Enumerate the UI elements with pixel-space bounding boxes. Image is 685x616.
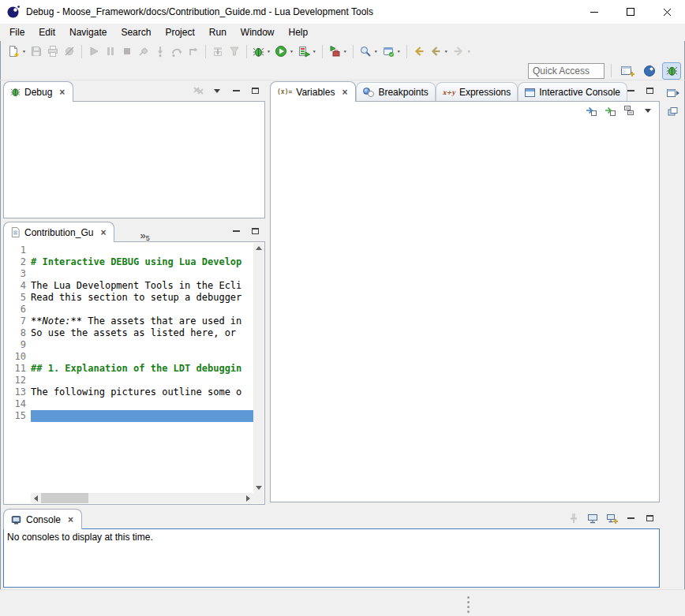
editor-line-5[interactable]: Read this section to setup a debugger — [31, 292, 253, 304]
minimize-button[interactable] — [576, 0, 612, 24]
minimize-view-button[interactable] — [230, 85, 242, 96]
collapse-all-button[interactable] — [623, 105, 635, 116]
open-perspective-button[interactable] — [618, 62, 637, 80]
view-menu-button[interactable] — [211, 85, 223, 96]
line-number: 13 — [5, 386, 26, 398]
close-icon[interactable] — [340, 88, 349, 97]
show-logical-structure-button[interactable] — [585, 105, 597, 116]
scroll-left-arrow[interactable] — [31, 493, 41, 503]
scroll-down-arrow[interactable] — [253, 483, 264, 493]
menu-help[interactable]: Help — [282, 24, 316, 40]
menu-window[interactable]: Window — [234, 24, 282, 40]
tab-debug[interactable]: Debug — [3, 81, 73, 102]
close-icon[interactable] — [58, 88, 66, 97]
back-button[interactable] — [428, 43, 450, 60]
run-button[interactable] — [273, 43, 295, 60]
minimize-view-button[interactable] — [230, 226, 242, 237]
editor-line-7[interactable]: **Note:** The assets that are used in — [31, 315, 253, 327]
editor-line-8[interactable]: So use the assets as listed here, or — [31, 327, 253, 339]
minimize-view-button[interactable] — [624, 513, 637, 524]
tab-interactive-console[interactable]: Interactive Console — [518, 82, 627, 102]
disconnect-button[interactable] — [136, 43, 152, 60]
maximize-button[interactable] — [612, 0, 649, 24]
line-number: 1 — [5, 245, 26, 256]
use-step-filters-button[interactable] — [226, 43, 242, 60]
minimized-view-stack-button[interactable] — [667, 106, 679, 118]
new-button[interactable] — [6, 43, 28, 60]
last-edit-location-button[interactable] — [411, 43, 427, 60]
open-console-button[interactable] — [605, 513, 618, 524]
view-menu-button[interactable] — [642, 105, 654, 116]
pin-console-button[interactable] — [567, 513, 580, 524]
save-button[interactable] — [28, 43, 44, 60]
terminate-button[interactable] — [119, 43, 135, 60]
trim-drag-handle[interactable] — [467, 596, 470, 613]
toolbar-separator — [611, 64, 612, 77]
tab-overflow-indicator[interactable]: 5 — [135, 227, 154, 242]
editor-line-12[interactable] — [31, 375, 253, 386]
maximize-view-button[interactable] — [249, 226, 261, 237]
close-button[interactable] — [649, 0, 685, 24]
scroll-right-arrow[interactable] — [243, 493, 253, 503]
menu-file[interactable]: File — [2, 24, 32, 40]
close-icon[interactable] — [66, 515, 75, 525]
drop-to-frame-icon — [211, 45, 224, 58]
menu-run[interactable]: Run — [202, 24, 234, 40]
skip-all-breakpoints-button[interactable] — [62, 43, 77, 60]
editor-line-4[interactable]: The Lua Development Tools in the Ecli — [31, 280, 253, 292]
external-tools-button[interactable] — [327, 43, 349, 60]
display-selected-console-button[interactable] — [586, 513, 599, 524]
horizontal-scrollbar[interactable] — [31, 493, 253, 503]
coverage-button[interactable] — [296, 43, 318, 60]
maximize-view-button[interactable] — [249, 85, 261, 96]
ldt-perspective-button[interactable] — [640, 62, 659, 80]
editor-line-1[interactable] — [31, 245, 253, 256]
maximize-view-button[interactable] — [643, 85, 656, 96]
editor-line-11[interactable]: ## 1. Explanation of the LDT debuggin — [31, 363, 253, 375]
editor-line-9[interactable] — [31, 339, 253, 351]
menu-project[interactable]: Project — [158, 24, 201, 40]
suspend-button[interactable] — [103, 43, 118, 60]
tab-breakpoints[interactable]: Breakpoints — [356, 82, 435, 102]
menu-search[interactable]: Search — [114, 24, 158, 40]
print-button[interactable] — [45, 43, 61, 60]
editor-line-6[interactable] — [31, 304, 253, 315]
code-area[interactable]: # Interactive DEBUG using Lua DevelopThe… — [31, 243, 253, 493]
debug-perspective-button[interactable] — [662, 62, 681, 80]
console-tabrow: Console — [3, 509, 660, 529]
restore-minimized-view-button[interactable] — [666, 88, 680, 99]
expressions-icon — [443, 88, 455, 96]
editor-line-2[interactable]: # Interactive DEBUG using Lua Develop — [31, 256, 253, 268]
minimize-view-button[interactable] — [624, 85, 637, 96]
toolbar-separator — [406, 45, 407, 58]
editor-panel-tools — [230, 226, 261, 237]
tab-contribution-guide[interactable]: Contribution_Gu — [3, 222, 114, 242]
editor-line-3[interactable] — [31, 268, 253, 280]
tab-variables[interactable]: Variables — [270, 81, 356, 102]
scroll-up-arrow[interactable] — [253, 243, 264, 253]
resume-button[interactable] — [86, 43, 102, 60]
tab-expressions[interactable]: Expressions — [436, 82, 518, 102]
editor-line-13[interactable]: The following pictures outline some o — [31, 386, 253, 398]
menu-edit[interactable]: Edit — [32, 24, 62, 40]
menu-navigate[interactable]: Navigate — [62, 24, 114, 40]
editor-line-15[interactable] — [31, 410, 253, 422]
drop-to-frame-button[interactable] — [210, 43, 226, 60]
forward-button[interactable] — [451, 43, 473, 60]
step-return-button[interactable] — [185, 43, 201, 60]
scrollbar-thumb[interactable] — [41, 493, 88, 503]
search-button[interactable] — [357, 43, 380, 60]
quick-access-box[interactable]: Quick Access — [528, 63, 605, 79]
tab-console[interactable]: Console — [3, 509, 82, 529]
editor-line-14[interactable] — [31, 398, 253, 410]
vertical-scrollbar[interactable] — [253, 243, 264, 493]
editor-line-10[interactable] — [31, 351, 253, 363]
step-over-button[interactable] — [169, 43, 185, 60]
maximize-view-button[interactable] — [643, 513, 656, 524]
debug-button[interactable] — [251, 43, 272, 60]
remove-all-terminated-button[interactable] — [192, 85, 204, 96]
step-into-button[interactable] — [152, 43, 168, 60]
open-task-button[interactable] — [380, 43, 402, 60]
close-icon[interactable] — [99, 228, 107, 237]
show-details-pane-button[interactable] — [604, 105, 616, 116]
